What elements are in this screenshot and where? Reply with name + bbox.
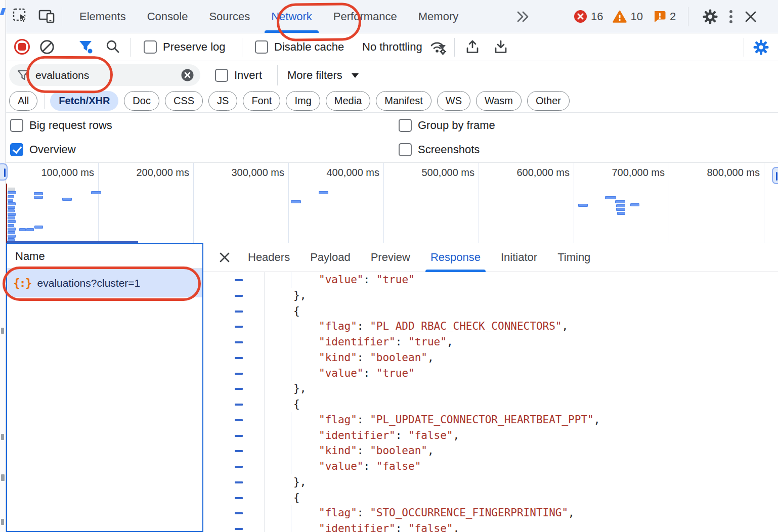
filter-chip-media[interactable]: Media bbox=[326, 91, 370, 111]
response-line: "flag": "PL_UPDATE_CONNECTOR_HEARTBEAT_P… bbox=[203, 412, 778, 428]
filter-chip-fetch-xhr[interactable]: Fetch/XHR bbox=[50, 91, 118, 111]
error-count[interactable]: 16 bbox=[591, 10, 603, 23]
response-line: "value": "true" bbox=[203, 366, 778, 381]
tab-memory[interactable]: Memory bbox=[408, 0, 469, 33]
inspect-element-icon[interactable] bbox=[12, 8, 29, 25]
devtools-tab-bar: ElementsConsoleSourcesNetworkPerformance… bbox=[6, 0, 778, 33]
close-devtools-icon[interactable] bbox=[744, 10, 758, 24]
detail-tab-headers[interactable]: Headers bbox=[238, 243, 300, 272]
tab-elements[interactable]: Elements bbox=[69, 0, 137, 33]
json-brace: }, bbox=[293, 288, 306, 303]
fold-marker-icon[interactable] bbox=[235, 435, 243, 437]
export-har-icon[interactable] bbox=[493, 39, 509, 55]
group-by-frame-checkbox[interactable] bbox=[399, 119, 412, 132]
fold-marker-icon[interactable] bbox=[235, 388, 243, 390]
big-request-rows-checkbox[interactable] bbox=[10, 119, 23, 132]
json-property: "flag": "STO_OCCURRENCE_FINGERPRINTING", bbox=[319, 505, 575, 521]
network-conditions-icon[interactable] bbox=[429, 39, 448, 56]
tab-sources[interactable]: Sources bbox=[198, 0, 261, 33]
fold-marker-icon[interactable] bbox=[235, 528, 243, 530]
preserve-log-checkbox[interactable] bbox=[144, 40, 157, 54]
timeline-gridline bbox=[98, 163, 99, 243]
fold-marker-icon[interactable] bbox=[235, 419, 243, 421]
fold-marker-icon[interactable] bbox=[235, 512, 243, 514]
screenshots-control: Screenshots bbox=[399, 143, 480, 156]
clear-network-log-icon[interactable] bbox=[39, 39, 55, 55]
filter-chip-manifest[interactable]: Manifest bbox=[376, 91, 431, 111]
timeline-gridline bbox=[669, 163, 669, 243]
fold-marker-icon[interactable] bbox=[235, 466, 243, 468]
fold-marker-icon[interactable] bbox=[235, 450, 243, 452]
issues-icon[interactable] bbox=[653, 10, 666, 23]
overview-label: Overview bbox=[29, 143, 76, 156]
warning-icon[interactable] bbox=[613, 10, 627, 23]
fold-marker-icon[interactable] bbox=[235, 279, 243, 281]
detail-tab-initiator[interactable]: Initiator bbox=[491, 243, 547, 272]
settings-gear-icon[interactable] bbox=[702, 9, 718, 25]
overview-checkbox[interactable] bbox=[10, 143, 23, 156]
error-icon[interactable] bbox=[574, 10, 587, 23]
network-settings-gear-icon[interactable] bbox=[753, 39, 769, 56]
invert-checkbox[interactable] bbox=[215, 69, 228, 82]
warning-count[interactable]: 10 bbox=[630, 10, 642, 23]
import-har-icon[interactable] bbox=[464, 39, 481, 55]
json-punctuation: : bbox=[364, 460, 376, 472]
record-network-log-button[interactable] bbox=[14, 39, 30, 55]
search-icon[interactable] bbox=[105, 39, 120, 54]
overview-window-left-handle[interactable] bbox=[0, 163, 8, 181]
filter-chip-font[interactable]: Font bbox=[243, 91, 280, 111]
divider bbox=[131, 38, 131, 57]
fold-marker-icon[interactable] bbox=[235, 497, 243, 499]
fold-marker-icon[interactable] bbox=[235, 481, 243, 483]
clear-filter-icon[interactable] bbox=[181, 68, 194, 82]
network-overview-timeline[interactable]: 100,000 ms200,000 ms300,000 ms400,000 ms… bbox=[6, 163, 778, 243]
filter-chip-wasm[interactable]: Wasm bbox=[476, 91, 522, 111]
timeline-gridline bbox=[288, 163, 289, 243]
divider bbox=[277, 65, 278, 85]
divider bbox=[44, 94, 45, 109]
disable-cache-checkbox[interactable] bbox=[255, 40, 268, 54]
json-key: "flag" bbox=[319, 320, 357, 332]
close-detail-icon[interactable] bbox=[219, 251, 231, 263]
response-body-viewer[interactable]: "value": "true"},{"flag": "PL_ADD_RBAC_C… bbox=[203, 272, 778, 532]
screenshots-checkbox[interactable] bbox=[399, 143, 412, 156]
json-punctuation: : bbox=[364, 274, 376, 286]
json-key: "value" bbox=[319, 460, 364, 472]
more-filters-dropdown[interactable]: More filters bbox=[287, 69, 359, 82]
filter-chip-js[interactable]: JS bbox=[208, 91, 237, 111]
response-line: "value": "true" bbox=[203, 272, 778, 288]
more-panels-icon[interactable] bbox=[516, 10, 531, 23]
fold-marker-icon[interactable] bbox=[235, 311, 243, 313]
name-column-header[interactable]: Name bbox=[7, 244, 202, 269]
overview-request-bar bbox=[8, 202, 16, 205]
fold-marker-icon[interactable] bbox=[235, 295, 243, 297]
filter-chip-doc[interactable]: Doc bbox=[124, 91, 159, 111]
more-options-icon[interactable] bbox=[728, 9, 733, 24]
filter-chip-css[interactable]: CSS bbox=[165, 91, 203, 111]
filter-chip-other[interactable]: Other bbox=[527, 91, 570, 111]
filter-chip-img[interactable]: Img bbox=[286, 91, 320, 111]
overview-window-right-handle[interactable] bbox=[772, 167, 778, 184]
filter-chip-all[interactable]: All bbox=[9, 91, 37, 111]
fold-marker-icon[interactable] bbox=[235, 341, 243, 343]
detail-tab-response[interactable]: Response bbox=[420, 243, 491, 272]
fold-marker-icon[interactable] bbox=[235, 326, 243, 328]
issues-count[interactable]: 2 bbox=[670, 10, 676, 23]
fold-marker-icon[interactable] bbox=[235, 357, 243, 359]
detail-tab-timing[interactable]: Timing bbox=[547, 243, 600, 272]
filter-chip-ws[interactable]: WS bbox=[437, 91, 470, 111]
preserve-log-label: Preserve log bbox=[163, 40, 226, 54]
fold-marker-icon[interactable] bbox=[235, 373, 243, 375]
json-punctuation: : bbox=[364, 367, 376, 379]
detail-tab-preview[interactable]: Preview bbox=[361, 243, 420, 272]
json-property: "identifier": "false", bbox=[319, 428, 459, 444]
overview-request-bar bbox=[615, 200, 625, 203]
detail-tab-payload[interactable]: Payload bbox=[300, 243, 361, 272]
tab-console[interactable]: Console bbox=[137, 0, 199, 33]
fold-marker-icon[interactable] bbox=[235, 404, 243, 406]
device-toolbar-icon[interactable] bbox=[37, 8, 56, 25]
timeline-gridline bbox=[193, 163, 194, 243]
json-brace: { bbox=[293, 396, 300, 412]
preserve-log-control: Preserve log bbox=[144, 40, 226, 54]
filter-icon[interactable] bbox=[78, 39, 95, 56]
